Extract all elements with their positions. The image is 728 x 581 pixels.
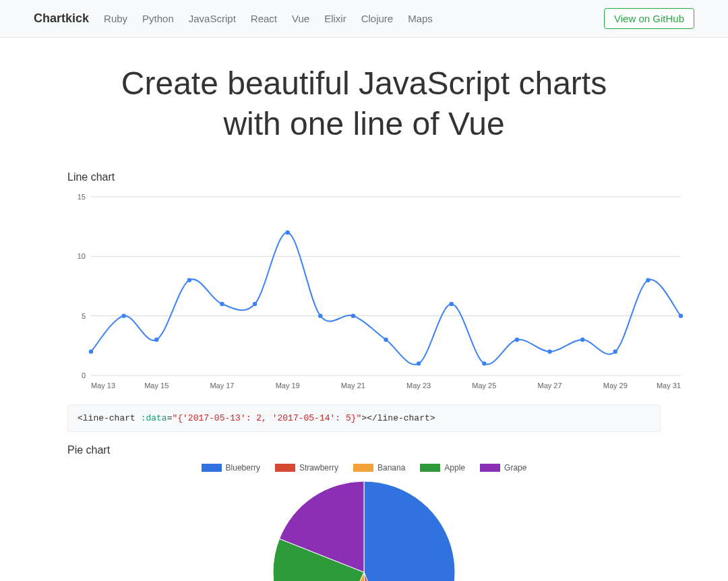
- svg-point-29: [450, 302, 454, 306]
- nav-link-elixir[interactable]: Elixir: [324, 13, 346, 24]
- pie-slice[interactable]: [364, 481, 455, 581]
- nav-link-javascript[interactable]: JavaScript: [189, 13, 236, 24]
- svg-point-21: [187, 278, 191, 282]
- code-attr: :data: [141, 413, 167, 423]
- code-val: "{'2017-05-13': 2, '2017-05-14': 5}": [172, 413, 361, 423]
- legend-item[interactable]: Grape: [480, 463, 526, 472]
- pie-chart-title: Pie chart: [67, 444, 661, 456]
- pie-chart-svg: [263, 478, 465, 581]
- svg-text:0: 0: [82, 371, 86, 379]
- nav-link-maps[interactable]: Maps: [408, 13, 433, 24]
- legend-swatch: [202, 464, 222, 472]
- svg-text:15: 15: [78, 193, 86, 201]
- svg-point-28: [417, 361, 421, 365]
- nav-link-clojure[interactable]: Clojure: [361, 13, 394, 24]
- svg-point-30: [482, 361, 486, 365]
- svg-text:5: 5: [82, 312, 86, 320]
- svg-point-20: [154, 338, 158, 342]
- svg-text:10: 10: [78, 252, 86, 260]
- svg-point-19: [121, 313, 125, 317]
- nav-link-ruby[interactable]: Ruby: [104, 13, 127, 24]
- svg-text:May 21: May 21: [341, 381, 365, 390]
- nav-link-vue[interactable]: Vue: [292, 13, 309, 24]
- line-chart-svg: 051015May 13May 15May 17May 19May 21May …: [67, 190, 688, 392]
- svg-point-27: [384, 338, 388, 342]
- svg-point-32: [547, 349, 551, 353]
- svg-text:May 27: May 27: [538, 381, 562, 390]
- legend-label: Apple: [444, 463, 465, 472]
- legend-label: Blueberry: [226, 463, 260, 472]
- svg-text:May 13: May 13: [91, 381, 115, 390]
- legend-swatch: [275, 464, 295, 472]
- hero-line-2: with one line of Vue: [223, 106, 504, 142]
- hero-heading: Create beautiful JavaScript charts with …: [67, 63, 661, 144]
- legend-label: Strawberry: [299, 463, 338, 472]
- svg-text:May 15: May 15: [144, 381, 169, 390]
- line-chart: 051015May 13May 15May 17May 19May 21May …: [67, 190, 661, 395]
- svg-point-23: [253, 302, 257, 306]
- pie-legend: BlueberryStrawberryBananaAppleGrape: [67, 463, 661, 472]
- svg-point-24: [285, 231, 289, 235]
- line-chart-title: Line chart: [67, 171, 661, 183]
- code-mid: >: [361, 413, 367, 423]
- svg-point-36: [679, 313, 683, 317]
- svg-text:May 29: May 29: [603, 381, 628, 390]
- view-on-github-button[interactable]: View on GitHub: [604, 8, 694, 29]
- svg-point-26: [351, 313, 355, 317]
- svg-point-22: [220, 302, 224, 306]
- legend-label: Grape: [504, 463, 526, 472]
- legend-item[interactable]: Strawberry: [275, 463, 338, 472]
- legend-item[interactable]: Banana: [353, 463, 405, 472]
- legend-item[interactable]: Apple: [420, 463, 465, 472]
- svg-point-33: [580, 338, 584, 342]
- svg-point-35: [646, 278, 650, 282]
- svg-point-18: [89, 349, 93, 353]
- svg-point-31: [515, 338, 519, 342]
- svg-text:May 23: May 23: [406, 381, 431, 390]
- nav-link-react[interactable]: React: [251, 13, 277, 24]
- svg-point-34: [613, 349, 617, 353]
- pie-chart: [67, 478, 661, 581]
- nav-link-python[interactable]: Python: [142, 13, 174, 24]
- svg-point-25: [318, 313, 322, 317]
- code-close: </line-chart>: [367, 413, 435, 423]
- legend-swatch: [353, 464, 373, 472]
- legend-label: Banana: [377, 463, 405, 472]
- svg-text:May 31: May 31: [657, 381, 681, 390]
- navbar: Chartkick Ruby Python JavaScript React V…: [0, 0, 728, 38]
- nav-left: Chartkick Ruby Python JavaScript React V…: [34, 11, 433, 26]
- code-snippet: <line-chart :data="{'2017-05-13': 2, '20…: [67, 404, 661, 432]
- legend-item[interactable]: Blueberry: [202, 463, 260, 472]
- legend-swatch: [480, 464, 500, 472]
- main-content: Create beautiful JavaScript charts with …: [34, 38, 694, 581]
- brand[interactable]: Chartkick: [34, 11, 89, 26]
- svg-text:May 25: May 25: [472, 381, 496, 390]
- hero-line-1: Create beautiful JavaScript charts: [121, 65, 607, 101]
- svg-text:May 17: May 17: [210, 381, 234, 390]
- code-open: <line-chart: [78, 413, 141, 423]
- svg-text:May 19: May 19: [276, 381, 300, 390]
- legend-swatch: [420, 464, 440, 472]
